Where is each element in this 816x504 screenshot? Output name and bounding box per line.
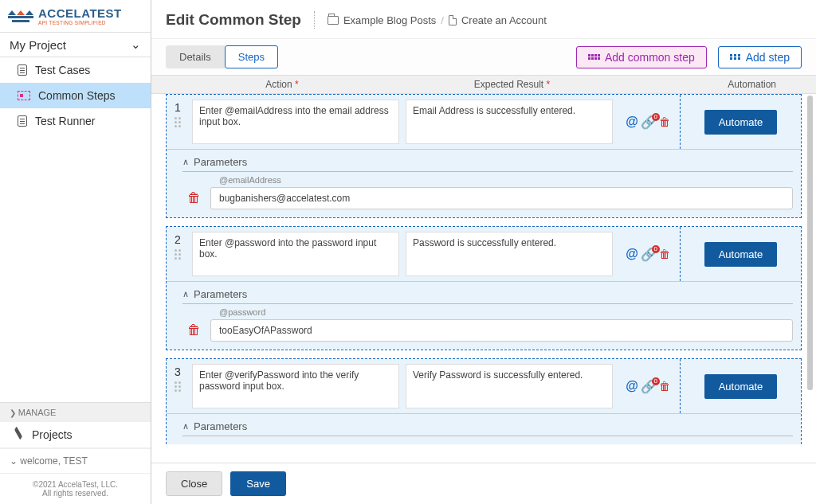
toolbar: Details Steps Add common step Add step [151,39,816,76]
tab-details[interactable]: Details [166,45,225,68]
breadcrumb-item[interactable]: Create an Account [461,14,547,26]
welcome-dropdown[interactable]: welcome, TEST [0,448,151,473]
mention-icon[interactable]: @ [626,247,638,261]
step-row: 1 Enter @emailAddress into the email add… [167,95,801,149]
action-textarea[interactable]: Enter @emailAddress into the email addre… [192,100,399,144]
step: 1 Enter @emailAddress into the email add… [166,94,802,218]
main: Edit Common Step Example Blog Posts / Cr… [151,0,816,504]
parameter-row: 🗑 [182,187,793,209]
drag-handle-icon [175,249,181,260]
automate-cell: Automate [680,95,801,149]
sidebar-item-projects[interactable]: Projects [0,422,151,448]
sidebar-item-label: Common Steps [38,89,115,102]
expected-textarea[interactable]: Verify Password is successfully entered. [406,364,613,408]
bottom-bar: Close Save [151,463,816,504]
brand-tagline: API TESTING SIMPLIFIED [38,20,122,25]
chevron-down-icon: ⌄ [131,37,141,52]
sidebar: ACCELATEST API TESTING SIMPLIFIED My Pro… [0,0,151,504]
step-actions: @ 🔗0 🗑 [616,227,680,281]
brand-name: ACCELATEST [38,6,122,20]
attachment-icon[interactable]: 🔗0 [641,379,657,394]
automate-cell: Automate [680,359,801,413]
step-actions: @ 🔗0 🗑 [616,359,680,413]
parameters-section: ∧ Parameters @password 🗑 [167,281,801,350]
nav: Test Cases Common Steps Test Runner [0,57,151,402]
sidebar-item-test-cases[interactable]: Test Cases [0,57,151,83]
chevron-up-icon: ∧ [182,157,189,167]
parameter-value-input[interactable] [210,319,793,342]
sidebar-item-label: Test Cases [35,64,90,76]
automate-button[interactable]: Automate [704,242,778,267]
folder-icon [328,16,339,25]
automate-button[interactable]: Automate [704,374,778,399]
common-steps-icon [18,91,30,100]
separator [314,11,315,29]
steps-area: 1 Enter @emailAddress into the email add… [151,94,816,463]
attachment-icon[interactable]: 🔗0 [641,115,657,130]
action-textarea[interactable]: Enter @verifyPassword into the verify pa… [192,364,399,408]
delete-parameter-icon[interactable]: 🗑 [182,322,201,338]
footer: ©2021 AccelaTest, LLC. All rights reserv… [0,473,151,504]
parameter-value-input[interactable] [210,187,793,209]
parameters-section: ∧ Parameters @emailAddress 🗑 [167,149,801,217]
step: 2 Enter @password into the password inpu… [166,226,802,350]
chevron-up-icon: ∧ [182,421,189,432]
drag-handle-icon [175,381,181,392]
mention-icon[interactable]: @ [626,379,638,393]
step-actions: @ 🔗0 🗑 [616,95,680,149]
breadcrumb: Example Blog Posts / Create an Account [328,14,547,26]
layers-icon [13,429,24,440]
step-row: 3 Enter @verifyPassword into the verify … [167,359,801,413]
action-textarea[interactable]: Enter @password into the password input … [192,232,399,276]
step-number-handle[interactable]: 2 [167,227,189,281]
parameters-toggle[interactable]: ∧ Parameters [182,417,793,436]
add-step-button[interactable]: Add step [718,46,802,68]
step-number-handle[interactable]: 3 [167,359,189,413]
step: 3 Enter @verifyPassword into the verify … [166,358,802,444]
parameter-name: @emailAddress [182,172,793,187]
mention-icon[interactable]: @ [626,115,638,129]
chevron-up-icon: ∧ [182,289,189,299]
parameters-toggle[interactable]: ∧ Parameters [182,153,793,172]
manage-section[interactable]: MANAGE [0,402,151,422]
delete-step-icon[interactable]: 🗑 [659,380,670,393]
expected-textarea[interactable]: Password is successfully entered. [406,232,613,276]
top-header: Edit Common Step Example Blog Posts / Cr… [151,0,816,39]
project-label: My Project [10,38,66,52]
parameters-section: ∧ Parameters [167,413,801,444]
logo-icon [8,10,33,22]
parameter-row: 🗑 [182,319,793,342]
sidebar-item-test-runner[interactable]: Test Runner [0,108,151,134]
file-icon [449,15,457,25]
close-button[interactable]: Close [166,471,222,496]
delete-step-icon[interactable]: 🗑 [659,115,670,128]
breadcrumb-separator: / [441,14,444,26]
sidebar-item-common-steps[interactable]: Common Steps [0,83,151,108]
expected-textarea[interactable]: Email Address is successfully entered. [406,100,613,144]
delete-step-icon[interactable]: 🗑 [659,248,670,260]
grid-icon [730,54,741,60]
drag-handle-icon [175,117,181,127]
breadcrumb-item[interactable]: Example Blog Posts [343,14,436,26]
step-number-handle[interactable]: 1 [167,95,189,149]
tab-steps[interactable]: Steps [225,45,278,68]
attachment-icon[interactable]: 🔗0 [641,247,657,262]
column-header: Action * Expected Result * Automation [151,76,816,94]
project-dropdown[interactable]: My Project ⌄ [0,32,151,57]
document-icon [18,115,27,127]
parameters-toggle[interactable]: ∧ Parameters [182,285,793,304]
grid-icon [588,54,600,60]
document-icon [18,64,27,76]
automate-button[interactable]: Automate [704,110,778,135]
parameter-name: @password [182,304,793,319]
delete-parameter-icon[interactable]: 🗑 [182,190,201,206]
add-common-step-button[interactable]: Add common step [576,46,707,68]
logo: ACCELATEST API TESTING SIMPLIFIED [0,0,151,32]
sidebar-item-label: Test Runner [35,115,95,127]
automate-cell: Automate [680,227,801,281]
page-title: Edit Common Step [166,11,301,29]
scrollbar[interactable] [807,96,813,390]
step-row: 2 Enter @password into the password inpu… [167,227,801,281]
save-button[interactable]: Save [230,471,286,496]
sidebar-item-label: Projects [32,428,73,441]
